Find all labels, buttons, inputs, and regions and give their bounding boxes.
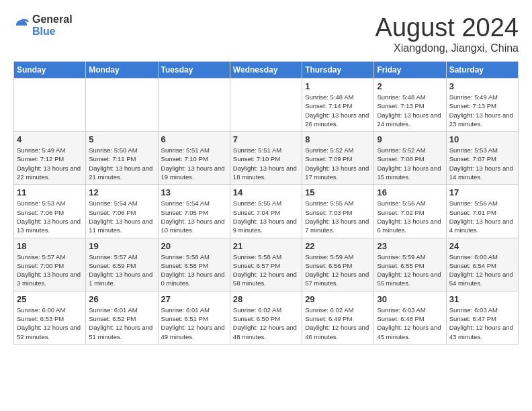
calendar-cell: 17Sunrise: 5:56 AMSunset: 7:01 PMDayligh… [446,185,518,238]
calendar-cell: 22Sunrise: 5:59 AMSunset: 6:56 PMDayligh… [302,238,374,291]
day-detail: Sunrise: 5:55 AMSunset: 7:03 PMDaylight:… [305,199,371,234]
calendar-cell: 6Sunrise: 5:51 AMSunset: 7:10 PMDaylight… [158,132,230,185]
calendar-cell: 14Sunrise: 5:55 AMSunset: 7:04 PMDayligh… [230,185,302,238]
day-number: 3 [449,81,515,91]
weekday-header: Saturday [446,62,518,79]
day-detail: Sunrise: 6:02 AMSunset: 6:49 PMDaylight:… [305,306,371,341]
day-number: 14 [233,187,299,197]
day-detail: Sunrise: 5:51 AMSunset: 7:10 PMDaylight:… [233,146,299,181]
day-detail: Sunrise: 6:01 AMSunset: 6:52 PMDaylight:… [89,306,154,341]
day-detail: Sunrise: 5:54 AMSunset: 7:06 PMDaylight:… [89,199,154,234]
calendar-cell: 20Sunrise: 5:58 AMSunset: 6:58 PMDayligh… [158,238,230,291]
day-number: 2 [377,81,443,91]
calendar-cell: 26Sunrise: 6:01 AMSunset: 6:52 PMDayligh… [86,291,158,344]
day-number: 23 [377,241,443,251]
day-detail: Sunrise: 5:57 AMSunset: 7:00 PMDaylight:… [17,253,83,288]
day-number: 28 [233,294,299,304]
day-detail: Sunrise: 5:49 AMSunset: 7:13 PMDaylight:… [449,93,515,128]
day-number: 1 [305,81,371,91]
title-area: August 2024 Xiangdong, Jiangxi, China [375,13,519,54]
logo-general: General [32,13,73,25]
logo-icon [13,17,30,34]
day-detail: Sunrise: 6:01 AMSunset: 6:51 PMDaylight:… [161,306,227,341]
calendar-cell: 21Sunrise: 5:58 AMSunset: 6:57 PMDayligh… [230,238,302,291]
day-number: 16 [377,187,443,197]
calendar-week: 4Sunrise: 5:49 AMSunset: 7:12 PMDaylight… [14,132,519,185]
day-number: 10 [449,134,515,144]
calendar-cell: 7Sunrise: 5:51 AMSunset: 7:10 PMDaylight… [230,132,302,185]
logo-blue: Blue [32,26,56,37]
calendar-cell: 13Sunrise: 5:54 AMSunset: 7:05 PMDayligh… [158,185,230,238]
day-detail: Sunrise: 5:56 AMSunset: 7:01 PMDaylight:… [449,199,515,234]
calendar-cell: 11Sunrise: 5:53 AMSunset: 7:06 PMDayligh… [14,185,86,238]
calendar-cell: 16Sunrise: 5:56 AMSunset: 7:02 PMDayligh… [374,185,446,238]
day-number: 6 [161,134,227,144]
day-number: 15 [305,187,371,197]
day-detail: Sunrise: 6:00 AMSunset: 6:54 PMDaylight:… [449,253,515,288]
calendar-cell [86,79,158,132]
day-number: 5 [89,134,154,144]
day-detail: Sunrise: 5:59 AMSunset: 6:55 PMDaylight:… [377,253,443,288]
calendar-cell: 28Sunrise: 6:02 AMSunset: 6:50 PMDayligh… [230,291,302,344]
calendar-cell: 4Sunrise: 5:49 AMSunset: 7:12 PMDaylight… [14,132,86,185]
day-number: 29 [305,294,371,304]
header: General Blue August 2024 Xiangdong, Jian… [13,13,519,54]
calendar-cell: 30Sunrise: 6:03 AMSunset: 6:48 PMDayligh… [374,291,446,344]
calendar-cell: 27Sunrise: 6:01 AMSunset: 6:51 PMDayligh… [158,291,230,344]
day-detail: Sunrise: 5:51 AMSunset: 7:10 PMDaylight:… [161,146,227,181]
calendar-cell: 15Sunrise: 5:55 AMSunset: 7:03 PMDayligh… [302,185,374,238]
calendar-cell: 1Sunrise: 5:48 AMSunset: 7:14 PMDaylight… [302,79,374,132]
day-detail: Sunrise: 5:58 AMSunset: 6:57 PMDaylight:… [233,253,299,288]
weekday-header: Monday [86,62,158,79]
day-number: 13 [161,187,227,197]
day-detail: Sunrise: 5:53 AMSunset: 7:06 PMDaylight:… [17,199,83,234]
day-number: 11 [17,187,83,197]
calendar-cell: 31Sunrise: 6:03 AMSunset: 6:47 PMDayligh… [446,291,518,344]
calendar-cell: 19Sunrise: 5:57 AMSunset: 6:59 PMDayligh… [86,238,158,291]
day-detail: Sunrise: 5:50 AMSunset: 7:11 PMDaylight:… [89,146,154,181]
calendar-cell: 18Sunrise: 5:57 AMSunset: 7:00 PMDayligh… [14,238,86,291]
calendar-week: 18Sunrise: 5:57 AMSunset: 7:00 PMDayligh… [14,238,519,291]
calendar-week: 25Sunrise: 6:00 AMSunset: 6:53 PMDayligh… [14,291,519,344]
calendar-cell: 9Sunrise: 5:52 AMSunset: 7:08 PMDaylight… [374,132,446,185]
calendar-cell: 5Sunrise: 5:50 AMSunset: 7:11 PMDaylight… [86,132,158,185]
calendar-cell [230,79,302,132]
day-number: 22 [305,241,371,251]
month-title: August 2024 [375,13,519,42]
day-detail: Sunrise: 5:49 AMSunset: 7:12 PMDaylight:… [17,146,83,181]
weekday-header: Sunday [14,62,86,79]
weekday-header: Tuesday [158,62,230,79]
calendar-week: 11Sunrise: 5:53 AMSunset: 7:06 PMDayligh… [14,185,519,238]
day-number: 21 [233,241,299,251]
day-detail: Sunrise: 6:03 AMSunset: 6:47 PMDaylight:… [449,306,515,341]
day-detail: Sunrise: 5:52 AMSunset: 7:09 PMDaylight:… [305,146,371,181]
calendar-cell: 25Sunrise: 6:00 AMSunset: 6:53 PMDayligh… [14,291,86,344]
day-number: 8 [305,134,371,144]
day-detail: Sunrise: 5:48 AMSunset: 7:14 PMDaylight:… [305,93,371,128]
calendar-cell [14,79,86,132]
day-number: 27 [161,294,227,304]
day-detail: Sunrise: 5:53 AMSunset: 7:07 PMDaylight:… [449,146,515,181]
day-number: 17 [449,187,515,197]
day-detail: Sunrise: 5:52 AMSunset: 7:08 PMDaylight:… [377,146,443,181]
calendar-cell: 8Sunrise: 5:52 AMSunset: 7:09 PMDaylight… [302,132,374,185]
day-number: 19 [89,241,154,251]
day-number: 7 [233,134,299,144]
day-detail: Sunrise: 5:58 AMSunset: 6:58 PMDaylight:… [161,253,227,288]
day-number: 31 [449,294,515,304]
calendar-cell: 24Sunrise: 6:00 AMSunset: 6:54 PMDayligh… [446,238,518,291]
day-number: 12 [89,187,154,197]
calendar-cell: 2Sunrise: 5:48 AMSunset: 7:13 PMDaylight… [374,79,446,132]
day-number: 25 [17,294,83,304]
day-detail: Sunrise: 5:55 AMSunset: 7:04 PMDaylight:… [233,199,299,234]
calendar-body: 1Sunrise: 5:48 AMSunset: 7:14 PMDaylight… [14,79,519,345]
calendar-week: 1Sunrise: 5:48 AMSunset: 7:14 PMDaylight… [14,79,519,132]
weekday-header: Wednesday [230,62,302,79]
calendar-cell: 23Sunrise: 5:59 AMSunset: 6:55 PMDayligh… [374,238,446,291]
calendar-cell: 10Sunrise: 5:53 AMSunset: 7:07 PMDayligh… [446,132,518,185]
calendar-cell: 12Sunrise: 5:54 AMSunset: 7:06 PMDayligh… [86,185,158,238]
day-detail: Sunrise: 6:02 AMSunset: 6:50 PMDaylight:… [233,306,299,341]
calendar-cell: 29Sunrise: 6:02 AMSunset: 6:49 PMDayligh… [302,291,374,344]
day-number: 9 [377,134,443,144]
day-number: 24 [449,241,515,251]
